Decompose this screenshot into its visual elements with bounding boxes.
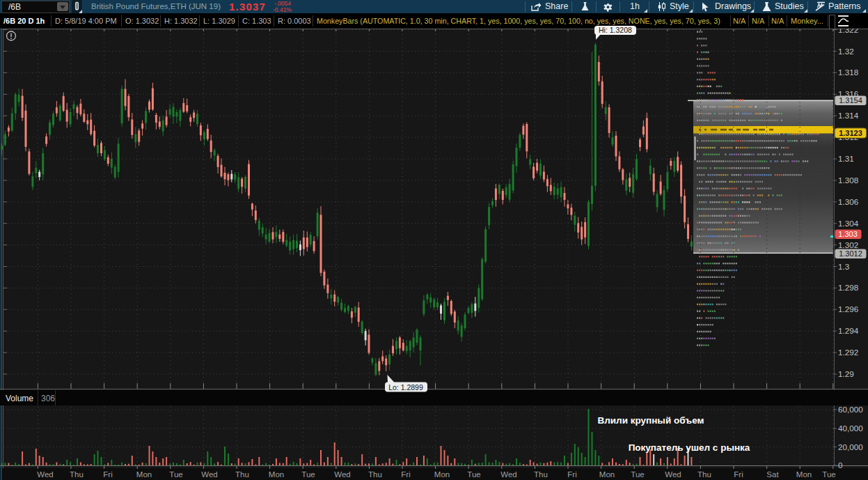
svg-text:20,000: 20,000 [838, 442, 863, 451]
svg-text:1.3154: 1.3154 [839, 96, 862, 104]
svg-text:Thu: Thu [235, 470, 249, 479]
svg-text:Thu: Thu [534, 470, 548, 479]
svg-text:Mon: Mon [599, 470, 615, 479]
svg-text:1.308: 1.308 [838, 176, 858, 185]
svg-text:Mon: Mon [269, 470, 284, 479]
svg-text:Wed: Wed [201, 470, 217, 479]
svg-text:1.322: 1.322 [838, 29, 858, 34]
svg-text:60,000: 60,000 [838, 405, 863, 414]
svg-text:Tue: Tue [169, 470, 182, 479]
svg-text:1.292: 1.292 [838, 348, 858, 357]
svg-text:1.302: 1.302 [838, 240, 858, 249]
svg-text:1.303: 1.303 [838, 230, 858, 238]
svg-text:1.306: 1.306 [838, 197, 858, 206]
svg-text:Sat: Sat [766, 470, 779, 479]
svg-text:1.29: 1.29 [838, 369, 854, 378]
svg-text:306: 306 [41, 394, 55, 403]
svg-text:Tue: Tue [822, 470, 835, 479]
svg-text:Volume: Volume [6, 394, 33, 403]
svg-text:Wed: Wed [37, 470, 53, 479]
svg-text:1.32: 1.32 [838, 47, 854, 56]
svg-text:Thu: Thu [70, 470, 84, 479]
svg-text:Fri: Fri [734, 470, 743, 479]
svg-text:1.3123: 1.3123 [839, 129, 862, 137]
svg-text:1.31: 1.31 [838, 154, 854, 163]
svg-text:Thu: Thu [697, 470, 711, 479]
svg-text:Lo: 1.2899: Lo: 1.2899 [388, 383, 423, 392]
svg-text:1.294: 1.294 [838, 326, 859, 335]
svg-text:Wed: Wed [500, 470, 516, 479]
svg-text:Wed: Wed [334, 470, 350, 479]
svg-text:1.298: 1.298 [838, 283, 858, 292]
svg-text:Tue: Tue [301, 470, 315, 479]
svg-text:0: 0 [838, 460, 843, 470]
svg-text:Mon: Mon [796, 470, 812, 479]
svg-text:Fri: Fri [401, 470, 410, 479]
svg-text:Влили крупный объем: Влили крупный объем [597, 415, 704, 426]
svg-text:Wed: Wed [665, 470, 681, 479]
svg-text:40,000: 40,000 [838, 424, 863, 433]
svg-text:Tue: Tue [467, 470, 480, 479]
svg-text:Mon: Mon [136, 470, 152, 479]
svg-text:1.318: 1.318 [838, 68, 858, 77]
svg-text:Thu: Thu [368, 470, 382, 479]
svg-text:Fri: Fri [567, 470, 576, 479]
svg-text:1.314: 1.314 [838, 111, 859, 120]
svg-text:1.304: 1.304 [838, 219, 859, 228]
svg-text:Покупатель ушел с рынка: Покупатель ушел с рынка [629, 442, 750, 453]
svg-text:Fri: Fri [103, 470, 112, 479]
svg-text:1.296: 1.296 [838, 304, 858, 313]
svg-text:1.3012: 1.3012 [839, 249, 862, 258]
svg-text:Tue: Tue [631, 470, 644, 479]
svg-text:Mon: Mon [434, 470, 450, 479]
svg-text:1.3: 1.3 [838, 262, 849, 271]
